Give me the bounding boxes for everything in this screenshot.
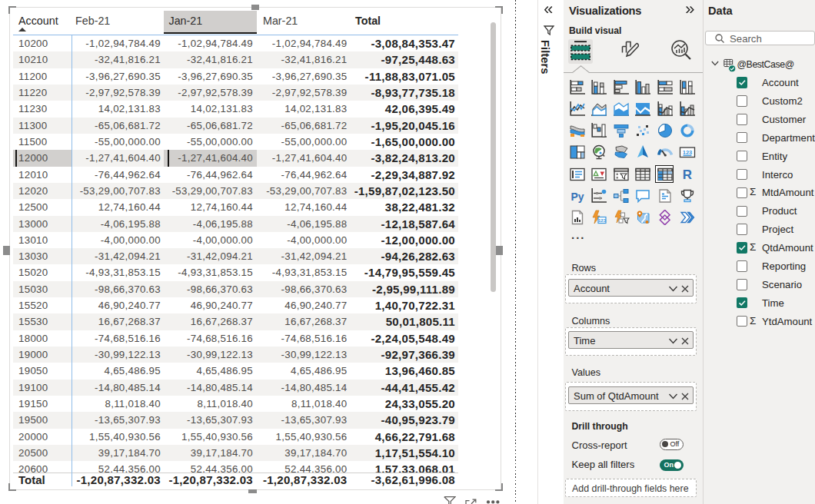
svg-text:123: 123 — [598, 218, 607, 223]
svg-text:123: 123 — [682, 149, 692, 156]
svg-text:Py: Py — [570, 190, 584, 202]
svg-text:R: R — [682, 167, 691, 182]
